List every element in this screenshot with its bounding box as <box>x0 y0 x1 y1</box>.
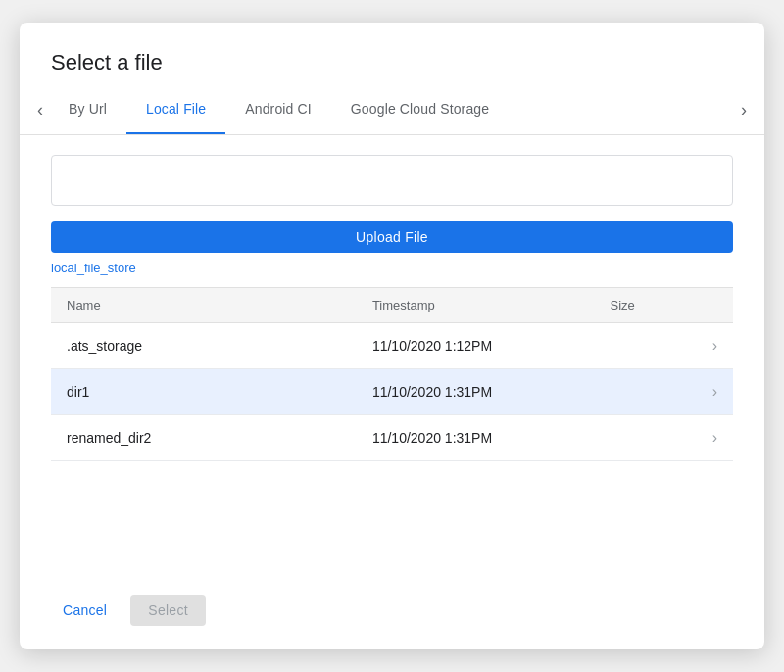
selected-file-wrapper: Selected File <box>51 155 733 206</box>
select-button[interactable]: Select <box>130 595 206 626</box>
cell-chevron: › <box>697 369 733 415</box>
selected-file-input[interactable] <box>51 155 733 206</box>
table-row[interactable]: dir111/10/2020 1:31PM› <box>51 369 733 415</box>
col-header-size: Size <box>595 288 697 323</box>
cell-size <box>595 369 697 415</box>
tab-android-ci[interactable]: Android CI <box>225 85 331 134</box>
chevron-right-icon: › <box>712 429 717 447</box>
col-header-nav <box>697 288 733 323</box>
tabs-list: By Url Local File Android CI Google Clou… <box>49 85 735 134</box>
cell-name: renamed_dir2 <box>51 415 357 461</box>
dialog-title: Select a file <box>20 23 764 85</box>
tabs-container: ‹ By Url Local File Android CI Google Cl… <box>20 85 764 135</box>
folder-link[interactable]: local_file_store <box>51 261 733 275</box>
cell-name: .ats_storage <box>51 323 357 369</box>
cell-timestamp: 11/10/2020 1:31PM <box>357 415 595 461</box>
tab-local-file[interactable]: Local File <box>126 85 225 134</box>
select-file-dialog: Select a file ‹ By Url Local File Androi… <box>20 23 764 649</box>
dialog-body: Selected File Upload File local_file_sto… <box>20 135 764 579</box>
cell-size <box>595 323 697 369</box>
col-header-name: Name <box>51 288 357 323</box>
cancel-button[interactable]: Cancel <box>51 595 119 626</box>
cell-chevron: › <box>697 323 733 369</box>
cell-timestamp: 11/10/2020 1:31PM <box>357 369 595 415</box>
table-row[interactable]: .ats_storage11/10/2020 1:12PM› <box>51 323 733 369</box>
tab-by-url[interactable]: By Url <box>49 85 126 134</box>
table-header-row: Name Timestamp Size <box>51 288 733 323</box>
cell-size <box>595 415 697 461</box>
chevron-right-icon: › <box>712 383 717 401</box>
table-row[interactable]: renamed_dir211/10/2020 1:31PM› <box>51 415 733 461</box>
tab-google-cloud-storage[interactable]: Google Cloud Storage <box>331 85 509 134</box>
chevron-right-icon: › <box>712 337 717 355</box>
col-header-timestamp: Timestamp <box>357 288 595 323</box>
cell-name: dir1 <box>51 369 357 415</box>
upload-file-button[interactable]: Upload File <box>51 221 733 253</box>
tabs-prev-button[interactable]: ‹ <box>31 92 49 128</box>
dialog-footer: Cancel Select <box>20 579 764 649</box>
cell-timestamp: 11/10/2020 1:12PM <box>357 323 595 369</box>
cell-chevron: › <box>697 415 733 461</box>
file-table: Name Timestamp Size .ats_storage11/10/20… <box>51 287 733 461</box>
tabs-next-button[interactable]: › <box>735 92 753 128</box>
